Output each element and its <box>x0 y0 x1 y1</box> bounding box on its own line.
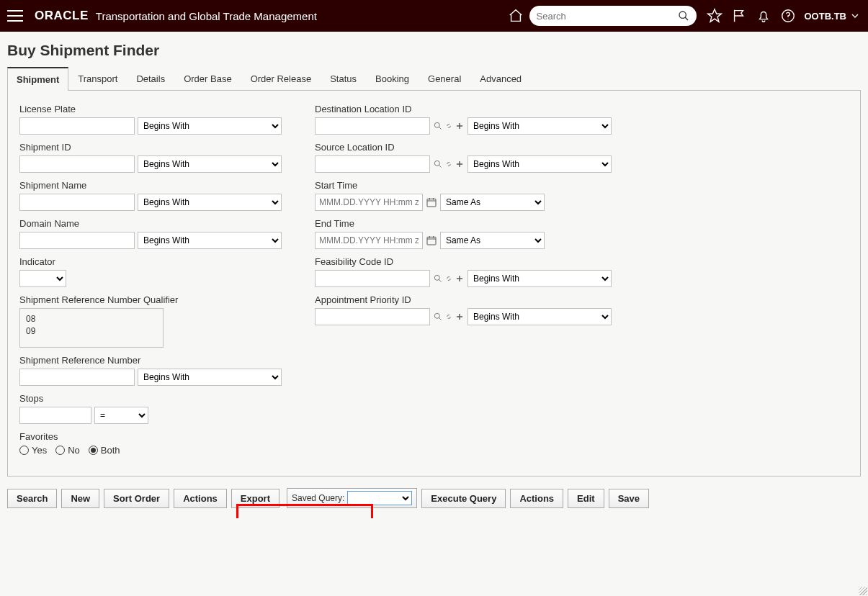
plus-icon[interactable] <box>455 159 465 169</box>
label-feasibility: Feasibility Code ID <box>315 256 625 267</box>
help-icon[interactable] <box>780 8 796 24</box>
src-loc-op[interactable]: Begins With <box>467 155 612 173</box>
tab-transport[interactable]: Transport <box>68 67 127 91</box>
plus-icon[interactable] <box>455 312 465 322</box>
ref-qualifier-list[interactable]: 08 09 <box>19 308 164 348</box>
list-item[interactable]: 09 <box>26 325 157 338</box>
stops-input[interactable] <box>19 407 91 424</box>
feasibility-op[interactable]: Begins With <box>467 270 612 287</box>
search-icon[interactable] <box>433 312 443 322</box>
edit-button[interactable]: Edit <box>568 489 604 508</box>
favorites-no[interactable]: No <box>55 445 80 456</box>
ref-number-input[interactable] <box>19 369 135 386</box>
new-button[interactable]: New <box>61 489 99 508</box>
end-time-op[interactable]: Same As <box>440 232 545 249</box>
execute-query-button[interactable]: Execute Query <box>421 489 506 508</box>
domain-name-input[interactable] <box>19 232 135 249</box>
star-icon[interactable] <box>707 8 722 24</box>
link-icon[interactable] <box>444 312 454 322</box>
end-time-input[interactable] <box>315 232 423 249</box>
left-column: License Plate Begins With Shipment ID Be… <box>19 104 286 463</box>
bell-icon[interactable] <box>756 8 771 24</box>
shipment-id-op[interactable]: Begins With <box>138 155 282 173</box>
tab-booking[interactable]: Booking <box>366 67 419 91</box>
button-bar: Search New Sort Order Actions Export Sav… <box>7 488 861 508</box>
search-icon[interactable] <box>678 10 689 22</box>
actions2-button[interactable]: Actions <box>510 489 563 508</box>
tab-general[interactable]: General <box>419 67 470 91</box>
search-button[interactable]: Search <box>7 489 57 508</box>
plus-icon[interactable] <box>455 121 465 131</box>
src-loc-input[interactable] <box>315 155 430 173</box>
tab-details[interactable]: Details <box>127 67 174 91</box>
label-domain-name: Domain Name <box>19 218 286 229</box>
search-icon[interactable] <box>433 274 443 284</box>
license-plate-op[interactable]: Begins With <box>138 117 282 135</box>
calendar-icon[interactable] <box>426 235 437 246</box>
user-label[interactable]: OOTB.TB <box>805 11 847 22</box>
link-icon[interactable] <box>444 159 454 169</box>
saved-query-select[interactable] <box>347 491 412 505</box>
appt-priority-op[interactable]: Begins With <box>467 308 612 325</box>
saved-query-box: Saved Query: <box>287 488 417 508</box>
product-title: Transportation and Global Trade Manageme… <box>96 10 317 22</box>
indicator-select[interactable] <box>19 270 66 287</box>
svg-rect-11 <box>427 199 436 207</box>
favorites-yes[interactable]: Yes <box>19 445 47 456</box>
shipment-name-op[interactable]: Begins With <box>138 194 282 211</box>
svg-line-24 <box>439 317 442 320</box>
stops-op[interactable]: = <box>94 407 148 424</box>
global-search[interactable] <box>529 6 697 26</box>
actions-button[interactable]: Actions <box>174 489 227 508</box>
search-input[interactable] <box>537 11 678 22</box>
appt-priority-input[interactable] <box>315 308 430 325</box>
search-icon[interactable] <box>433 121 443 131</box>
label-shipment-id: Shipment ID <box>19 142 286 153</box>
tabs: Shipment Transport Details Order Base Or… <box>7 66 861 91</box>
flag-icon[interactable] <box>731 8 747 24</box>
start-time-input[interactable] <box>315 194 423 211</box>
chevron-down-icon[interactable] <box>849 10 861 22</box>
domain-name-op[interactable]: Begins With <box>138 232 282 249</box>
list-item[interactable]: 08 <box>26 313 157 325</box>
label-dest-loc: Destination Location ID <box>315 104 625 114</box>
calendar-icon[interactable] <box>426 197 437 208</box>
dest-loc-op[interactable]: Begins With <box>467 117 612 135</box>
ref-number-op[interactable]: Begins With <box>138 369 282 386</box>
export-button[interactable]: Export <box>231 489 279 508</box>
brand-logo: ORACLE <box>35 9 89 23</box>
radio-label: Yes <box>32 445 47 456</box>
tab-shipment[interactable]: Shipment <box>7 67 68 91</box>
search-icon[interactable] <box>433 159 443 169</box>
svg-line-8 <box>439 165 442 168</box>
form-panel: License Plate Begins With Shipment ID Be… <box>7 91 861 477</box>
link-icon[interactable] <box>444 274 454 284</box>
dest-loc-input[interactable] <box>315 117 430 135</box>
label-src-loc: Source Location ID <box>315 142 625 153</box>
sort-order-button[interactable]: Sort Order <box>104 489 169 508</box>
save-button[interactable]: Save <box>609 489 649 508</box>
menu-icon[interactable] <box>7 10 23 22</box>
tab-advanced[interactable]: Advanced <box>470 67 531 91</box>
tab-status[interactable]: Status <box>321 67 366 91</box>
label-appt-priority: Appointment Priority ID <box>315 294 625 305</box>
link-icon[interactable] <box>444 121 454 131</box>
radio-label: Both <box>101 445 120 456</box>
tab-order-release[interactable]: Order Release <box>241 67 321 91</box>
shipment-name-input[interactable] <box>19 194 135 211</box>
shipment-id-input[interactable] <box>19 155 135 173</box>
tab-order-base[interactable]: Order Base <box>174 67 241 91</box>
page-title: Buy Shipment Finder <box>7 42 861 59</box>
label-indicator: Indicator <box>19 256 286 267</box>
feasibility-input[interactable] <box>315 270 430 287</box>
home-icon[interactable] <box>508 8 524 24</box>
top-bar: ORACLE Transportation and Global Trade M… <box>0 0 868 32</box>
label-stops: Stops <box>19 393 286 404</box>
saved-query-label: Saved Query: <box>292 493 344 503</box>
start-time-op[interactable]: Same As <box>440 194 545 211</box>
license-plate-input[interactable] <box>19 117 135 135</box>
favorites-both[interactable]: Both <box>89 445 120 456</box>
plus-icon[interactable] <box>455 274 465 284</box>
right-column: Destination Location ID Begins With Sour… <box>315 104 625 463</box>
svg-point-0 <box>679 12 686 18</box>
